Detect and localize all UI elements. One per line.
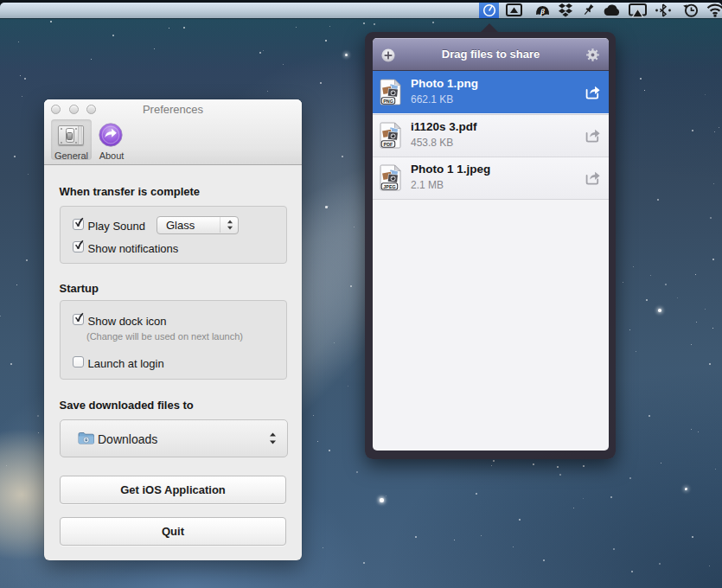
svg-text:JPEG: JPEG [383,184,395,189]
svg-text:PNG: PNG [383,99,393,104]
svg-text:PDF: PDF [384,141,393,146]
svg-text:β: β [540,6,545,15]
